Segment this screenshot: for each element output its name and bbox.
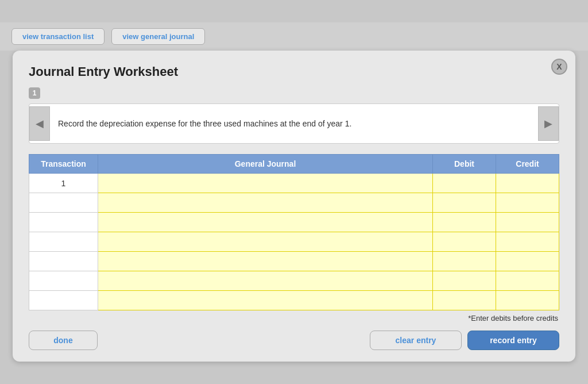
debit-cell-5[interactable] <box>433 252 496 271</box>
table-row <box>29 193 559 213</box>
view-transaction-list-button[interactable]: view transaction list <box>11 28 105 45</box>
table-row <box>29 271 559 291</box>
debit-cell-4[interactable] <box>433 232 496 252</box>
step-badge: 1 <box>29 87 40 99</box>
header-credit: Credit <box>496 155 559 174</box>
next-arrow[interactable]: ▶ <box>538 106 559 141</box>
table-row <box>29 232 559 252</box>
credit-cell-2[interactable] <box>496 193 559 213</box>
debit-cell-3[interactable] <box>433 213 496 232</box>
debit-cell-1[interactable] <box>433 174 496 193</box>
credit-cell-4[interactable] <box>496 232 559 252</box>
clear-entry-button[interactable]: clear entry <box>370 331 462 350</box>
debit-cell-7[interactable] <box>433 291 496 310</box>
main-container: X Journal Entry Worksheet 1 ◀ Record the… <box>13 51 575 362</box>
journal-cell-1[interactable] <box>98 174 433 193</box>
journal-cell-2[interactable] <box>98 193 433 213</box>
record-entry-button[interactable]: record entry <box>467 331 559 350</box>
transaction-cell-3 <box>29 213 98 232</box>
transaction-cell-2 <box>29 193 98 213</box>
journal-cell-4[interactable] <box>98 232 433 252</box>
close-button[interactable]: X <box>551 59 567 75</box>
transaction-cell-4 <box>29 232 98 252</box>
done-button[interactable]: done <box>29 331 98 350</box>
credit-cell-1[interactable] <box>496 174 559 193</box>
journal-cell-7[interactable] <box>98 291 433 310</box>
credit-cell-6[interactable] <box>496 271 559 291</box>
transaction-cell-7 <box>29 291 98 310</box>
debit-cell-6[interactable] <box>433 271 496 291</box>
table-row <box>29 252 559 271</box>
worksheet-title: Journal Entry Worksheet <box>29 64 559 79</box>
journal-cell-6[interactable] <box>98 271 433 291</box>
table-row: 1 <box>29 174 559 193</box>
prev-arrow[interactable]: ◀ <box>29 106 50 141</box>
instruction-box: ◀ Record the depreciation expense for th… <box>29 103 559 144</box>
view-general-journal-button[interactable]: view general journal <box>111 28 205 45</box>
table-row <box>29 213 559 232</box>
header-debit: Debit <box>433 155 496 174</box>
instruction-text: Record the depreciation expense for the … <box>50 112 538 136</box>
debit-cell-2[interactable] <box>433 193 496 213</box>
top-bar: view transaction list view general journ… <box>0 22 588 51</box>
credit-cell-7[interactable] <box>496 291 559 310</box>
header-general-journal: General Journal <box>98 155 433 174</box>
header-transaction: Transaction <box>29 155 98 174</box>
credit-cell-3[interactable] <box>496 213 559 232</box>
table-row <box>29 291 559 310</box>
journal-table: Transaction General Journal Debit Credit… <box>29 154 559 310</box>
journal-cell-3[interactable] <box>98 213 433 232</box>
hint-text: *Enter debits before credits <box>29 314 559 322</box>
bottom-bar: done clear entry record entry <box>29 331 559 350</box>
transaction-cell-1: 1 <box>29 174 98 193</box>
journal-cell-5[interactable] <box>98 252 433 271</box>
transaction-cell-6 <box>29 271 98 291</box>
transaction-cell-5 <box>29 252 98 271</box>
credit-cell-5[interactable] <box>496 252 559 271</box>
